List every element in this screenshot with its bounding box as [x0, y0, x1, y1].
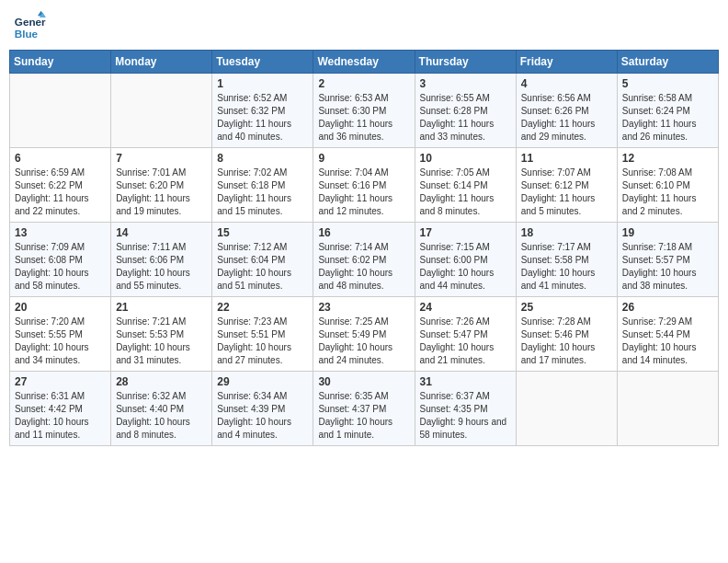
calendar-cell: 23Sunrise: 7:25 AMSunset: 5:49 PMDayligh… [313, 297, 415, 372]
day-number: 15 [217, 226, 308, 239]
day-number: 29 [217, 375, 308, 388]
svg-text:Blue: Blue [15, 28, 39, 40]
day-info: Sunrise: 7:02 AMSunset: 6:18 PMDaylight:… [217, 167, 308, 218]
calendar-cell: 16Sunrise: 7:14 AMSunset: 6:02 PMDayligh… [313, 223, 415, 297]
calendar-cell: 17Sunrise: 7:15 AMSunset: 6:00 PMDayligh… [415, 223, 516, 297]
day-number: 28 [116, 375, 207, 388]
day-info: Sunrise: 7:26 AMSunset: 5:47 PMDaylight:… [420, 316, 511, 367]
day-number: 14 [116, 226, 207, 239]
calendar-cell: 31Sunrise: 6:37 AMSunset: 4:35 PMDayligh… [415, 372, 516, 446]
day-info: Sunrise: 7:04 AMSunset: 6:16 PMDaylight:… [318, 167, 409, 218]
calendar-cell [111, 74, 212, 148]
logo: General Blue [13, 9, 50, 42]
day-info: Sunrise: 7:11 AMSunset: 6:06 PMDaylight:… [116, 241, 207, 293]
calendar-cell: 28Sunrise: 6:32 AMSunset: 4:40 PMDayligh… [111, 372, 212, 446]
calendar-cell: 18Sunrise: 7:17 AMSunset: 5:58 PMDayligh… [516, 223, 617, 297]
calendar-cell: 2Sunrise: 6:53 AMSunset: 6:30 PMDaylight… [313, 74, 415, 148]
calendar-cell: 9Sunrise: 7:04 AMSunset: 6:16 PMDaylight… [313, 148, 415, 223]
calendar-cell: 30Sunrise: 6:35 AMSunset: 4:37 PMDayligh… [313, 372, 415, 446]
day-number: 25 [521, 301, 612, 314]
calendar-cell: 26Sunrise: 7:29 AMSunset: 5:44 PMDayligh… [617, 297, 718, 372]
week-row-5: 27Sunrise: 6:31 AMSunset: 4:42 PMDayligh… [10, 372, 719, 446]
day-number: 2 [318, 77, 409, 90]
calendar-cell: 5Sunrise: 6:58 AMSunset: 6:24 PMDaylight… [617, 74, 718, 148]
calendar-cell: 20Sunrise: 7:20 AMSunset: 5:55 PMDayligh… [10, 297, 111, 372]
day-number: 20 [15, 301, 106, 314]
day-info: Sunrise: 6:58 AMSunset: 6:24 PMDaylight:… [622, 92, 713, 144]
week-row-1: 1Sunrise: 6:52 AMSunset: 6:32 PMDaylight… [10, 74, 719, 148]
calendar-cell: 1Sunrise: 6:52 AMSunset: 6:32 PMDaylight… [212, 74, 313, 148]
day-number: 21 [116, 301, 207, 314]
calendar-cell: 24Sunrise: 7:26 AMSunset: 5:47 PMDayligh… [415, 297, 516, 372]
day-number: 26 [622, 301, 713, 314]
day-info: Sunrise: 6:32 AMSunset: 4:40 PMDaylight:… [116, 390, 207, 442]
day-info: Sunrise: 7:12 AMSunset: 6:04 PMDaylight:… [217, 241, 308, 293]
day-info: Sunrise: 6:59 AMSunset: 6:22 PMDaylight:… [15, 167, 106, 218]
day-info: Sunrise: 7:21 AMSunset: 5:53 PMDaylight:… [116, 316, 207, 367]
day-number: 31 [420, 375, 511, 388]
day-number: 24 [420, 301, 511, 314]
day-number: 8 [217, 152, 308, 165]
calendar-cell: 21Sunrise: 7:21 AMSunset: 5:53 PMDayligh… [111, 297, 212, 372]
weekday-header-wednesday: Wednesday [313, 51, 415, 74]
weekday-header-saturday: Saturday [617, 51, 718, 74]
day-number: 23 [318, 301, 409, 314]
day-info: Sunrise: 6:52 AMSunset: 6:32 PMDaylight:… [217, 92, 308, 144]
calendar-cell [10, 74, 111, 148]
calendar-cell: 13Sunrise: 7:09 AMSunset: 6:08 PMDayligh… [10, 223, 111, 297]
calendar-cell: 10Sunrise: 7:05 AMSunset: 6:14 PMDayligh… [415, 148, 516, 223]
calendar-cell: 7Sunrise: 7:01 AMSunset: 6:20 PMDaylight… [111, 148, 212, 223]
day-info: Sunrise: 7:17 AMSunset: 5:58 PMDaylight:… [521, 241, 612, 293]
day-number: 6 [15, 152, 106, 165]
day-number: 10 [420, 152, 511, 165]
day-number: 11 [521, 152, 612, 165]
day-number: 7 [116, 152, 207, 165]
day-info: Sunrise: 7:09 AMSunset: 6:08 PMDaylight:… [15, 241, 106, 293]
calendar-cell: 4Sunrise: 6:56 AMSunset: 6:26 PMDaylight… [516, 74, 617, 148]
calendar-cell [617, 372, 718, 446]
day-number: 12 [622, 152, 713, 165]
calendar-cell: 15Sunrise: 7:12 AMSunset: 6:04 PMDayligh… [212, 223, 313, 297]
calendar-cell [516, 372, 617, 446]
weekday-header-monday: Monday [111, 51, 212, 74]
day-number: 19 [622, 226, 713, 239]
day-number: 9 [318, 152, 409, 165]
weekday-header-sunday: Sunday [10, 51, 111, 74]
weekday-header-tuesday: Tuesday [212, 51, 313, 74]
day-info: Sunrise: 7:18 AMSunset: 5:57 PMDaylight:… [622, 241, 713, 293]
day-info: Sunrise: 6:31 AMSunset: 4:42 PMDaylight:… [15, 390, 106, 442]
day-number: 22 [217, 301, 308, 314]
calendar-cell: 14Sunrise: 7:11 AMSunset: 6:06 PMDayligh… [111, 223, 212, 297]
weekday-header-thursday: Thursday [415, 51, 516, 74]
day-info: Sunrise: 7:08 AMSunset: 6:10 PMDaylight:… [622, 167, 713, 218]
day-info: Sunrise: 6:56 AMSunset: 6:26 PMDaylight:… [521, 92, 612, 144]
day-number: 17 [420, 226, 511, 239]
week-row-2: 6Sunrise: 6:59 AMSunset: 6:22 PMDaylight… [10, 148, 719, 223]
calendar-cell: 11Sunrise: 7:07 AMSunset: 6:12 PMDayligh… [516, 148, 617, 223]
week-row-3: 13Sunrise: 7:09 AMSunset: 6:08 PMDayligh… [10, 223, 719, 297]
day-number: 18 [521, 226, 612, 239]
day-number: 30 [318, 375, 409, 388]
day-info: Sunrise: 7:29 AMSunset: 5:44 PMDaylight:… [622, 316, 713, 367]
day-info: Sunrise: 7:14 AMSunset: 6:02 PMDaylight:… [318, 241, 409, 293]
day-info: Sunrise: 6:37 AMSunset: 4:35 PMDaylight:… [420, 390, 511, 442]
week-row-4: 20Sunrise: 7:20 AMSunset: 5:55 PMDayligh… [10, 297, 719, 372]
day-number: 1 [217, 77, 308, 90]
weekday-header-row: SundayMondayTuesdayWednesdayThursdayFrid… [10, 51, 719, 74]
calendar-cell: 8Sunrise: 7:02 AMSunset: 6:18 PMDaylight… [212, 148, 313, 223]
calendar-cell: 25Sunrise: 7:28 AMSunset: 5:46 PMDayligh… [516, 297, 617, 372]
calendar-cell: 29Sunrise: 6:34 AMSunset: 4:39 PMDayligh… [212, 372, 313, 446]
day-info: Sunrise: 7:07 AMSunset: 6:12 PMDaylight:… [521, 167, 612, 218]
calendar-cell: 19Sunrise: 7:18 AMSunset: 5:57 PMDayligh… [617, 223, 718, 297]
calendar-cell: 12Sunrise: 7:08 AMSunset: 6:10 PMDayligh… [617, 148, 718, 223]
day-info: Sunrise: 7:15 AMSunset: 6:00 PMDaylight:… [420, 241, 511, 293]
day-info: Sunrise: 6:35 AMSunset: 4:37 PMDaylight:… [318, 390, 409, 442]
day-number: 5 [622, 77, 713, 90]
calendar-cell: 22Sunrise: 7:23 AMSunset: 5:51 PMDayligh… [212, 297, 313, 372]
day-number: 3 [420, 77, 511, 90]
day-info: Sunrise: 7:28 AMSunset: 5:46 PMDaylight:… [521, 316, 612, 367]
calendar-cell: 6Sunrise: 6:59 AMSunset: 6:22 PMDaylight… [10, 148, 111, 223]
calendar-table: SundayMondayTuesdayWednesdayThursdayFrid… [9, 50, 719, 446]
day-info: Sunrise: 6:53 AMSunset: 6:30 PMDaylight:… [318, 92, 409, 144]
day-number: 16 [318, 226, 409, 239]
